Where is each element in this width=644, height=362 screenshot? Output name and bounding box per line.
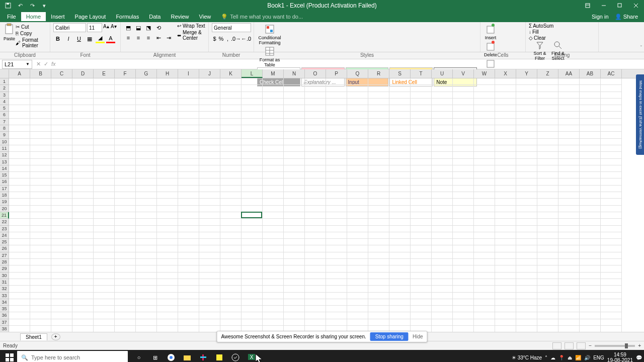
cell-L33[interactable] (242, 293, 263, 299)
cell-L35[interactable] (242, 306, 263, 312)
cell-G35[interactable] (136, 306, 157, 312)
cell-AC16[interactable] (601, 178, 622, 185)
cell-C9[interactable] (51, 132, 72, 138)
cell-M10[interactable] (263, 139, 284, 145)
cell-G5[interactable] (136, 105, 157, 112)
tell-me-search[interactable]: 💡 Tell me what you want to do... (221, 14, 303, 20)
cell-I8[interactable] (178, 125, 199, 132)
align-top-button[interactable]: ⬒ (124, 23, 133, 32)
cell-Y33[interactable] (516, 293, 537, 299)
align-middle-button[interactable]: ⬓ (134, 23, 143, 32)
cell-Y24[interactable] (516, 232, 537, 239)
cell-AA27[interactable] (558, 252, 580, 259)
cell-V37[interactable] (453, 319, 474, 326)
insert-cells-button[interactable]: Insert (484, 23, 498, 40)
cell-Q5[interactable] (347, 105, 368, 112)
cell-Y5[interactable] (516, 105, 537, 112)
cell-Q24[interactable] (347, 232, 368, 239)
cell-D38[interactable] (72, 326, 94, 332)
cell-W32[interactable] (474, 286, 495, 292)
cell-L5[interactable] (242, 105, 263, 112)
cell-K22[interactable] (220, 219, 242, 225)
cell-Q12[interactable] (347, 152, 368, 158)
cell-O4[interactable] (305, 99, 326, 105)
cell-M25[interactable] (263, 239, 284, 245)
cell-X4[interactable] (495, 99, 516, 105)
cell-B10[interactable] (30, 139, 51, 145)
cell-O29[interactable] (305, 265, 326, 272)
col-header-AC[interactable]: AC (601, 69, 622, 78)
cell-G32[interactable] (136, 286, 157, 292)
cell-G25[interactable] (136, 239, 157, 245)
cell-AB37[interactable] (580, 319, 601, 326)
col-header-O[interactable]: O (305, 69, 326, 78)
cell-V11[interactable] (453, 145, 474, 152)
cell-H19[interactable] (157, 199, 178, 205)
cell-N9[interactable] (284, 132, 305, 138)
cell-Y16[interactable] (516, 178, 537, 185)
cell-AB6[interactable] (580, 112, 601, 118)
cell-K37[interactable] (220, 319, 242, 326)
cell-X3[interactable] (495, 92, 516, 99)
cell-Y19[interactable] (516, 199, 537, 205)
cell-I17[interactable] (178, 186, 199, 192)
tab-review[interactable]: Review (166, 12, 194, 21)
cell-F15[interactable] (115, 172, 136, 178)
cell-G30[interactable] (136, 273, 157, 279)
cell-G6[interactable] (136, 112, 157, 118)
cell-B3[interactable] (30, 92, 51, 99)
cell-H8[interactable] (157, 125, 178, 132)
cell-H15[interactable] (157, 172, 178, 178)
cell-V19[interactable] (453, 199, 474, 205)
cell-H35[interactable] (157, 306, 178, 312)
cell-AA11[interactable] (558, 145, 580, 152)
cell-Y4[interactable] (516, 99, 537, 105)
cell-T17[interactable] (411, 186, 432, 192)
cell-I5[interactable] (178, 105, 199, 112)
cell-O2[interactable] (305, 85, 326, 92)
cell-R34[interactable] (368, 299, 389, 306)
cell-K4[interactable] (220, 99, 242, 105)
cell-U36[interactable] (432, 312, 453, 319)
cell-L16[interactable] (242, 178, 263, 185)
cell-Y26[interactable] (516, 245, 537, 252)
cell-V9[interactable] (453, 132, 474, 138)
cell-Q19[interactable] (347, 199, 368, 205)
cell-G12[interactable] (136, 152, 157, 158)
cell-O22[interactable] (305, 219, 326, 225)
cell-A37[interactable] (9, 319, 30, 326)
cell-A9[interactable] (9, 132, 30, 138)
cell-C37[interactable] (51, 319, 72, 326)
find-select-button[interactable]: Find & Select (550, 41, 566, 61)
cell-AA2[interactable] (558, 85, 580, 92)
cell-E5[interactable] (94, 105, 115, 112)
cell-AA5[interactable] (558, 105, 580, 112)
cell-W2[interactable] (474, 85, 495, 92)
cell-AC8[interactable] (601, 125, 622, 132)
cell-Z33[interactable] (537, 293, 558, 299)
cell-G10[interactable] (136, 139, 157, 145)
cell-B34[interactable] (30, 299, 51, 306)
cell-L11[interactable] (242, 145, 263, 152)
cell-S7[interactable] (389, 119, 411, 125)
cell-S35[interactable] (389, 306, 411, 312)
cell-F35[interactable] (115, 306, 136, 312)
qat-redo[interactable]: ↷ (28, 2, 36, 10)
cell-M12[interactable] (263, 152, 284, 158)
cell-Y30[interactable] (516, 273, 537, 279)
cell-J19[interactable] (199, 199, 220, 205)
col-header-M[interactable]: M (263, 69, 284, 78)
cell-Z6[interactable] (537, 112, 558, 118)
cell-P6[interactable] (326, 112, 347, 118)
cell-L2[interactable] (242, 85, 263, 92)
cell-V8[interactable] (453, 125, 474, 132)
cell-Q13[interactable] (347, 159, 368, 165)
cell-W34[interactable] (474, 299, 495, 306)
cell-AB13[interactable] (580, 159, 601, 165)
row-header-32[interactable]: 32 (0, 286, 9, 292)
cell-V16[interactable] (453, 178, 474, 185)
cell-C36[interactable] (51, 312, 72, 319)
cell-I30[interactable] (178, 273, 199, 279)
cell-Q4[interactable] (347, 99, 368, 105)
cancel-formula-button[interactable]: ✕ (36, 61, 41, 67)
